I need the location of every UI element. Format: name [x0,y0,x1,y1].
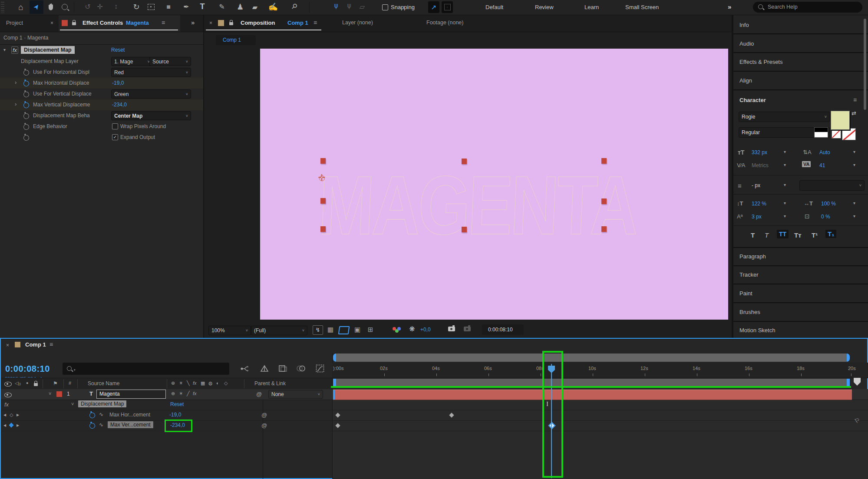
stroke-style-dropdown[interactable]: ˅ [799,180,865,191]
eraser-tool-icon[interactable]: ▰ [250,3,260,11]
brush-tool-icon[interactable]: ✎ [217,3,227,11]
workspace-small-screen[interactable]: Small Screen [625,4,659,10]
layer-row[interactable]: ˅ 1 T Magenta ⊕ ☀ ╱ fx @ None˅ [1,389,868,400]
timeline-tab-close-icon[interactable]: × [6,342,9,348]
tab-effect-controls-title[interactable]: Effect Controls [83,20,123,26]
tracking-caret[interactable]: ▾ [853,162,855,167]
lock-column-icon[interactable] [34,383,38,386]
audio-column-icon[interactable]: ◁)) [15,380,21,386]
roto-brush-icon[interactable]: ✍ [268,2,278,12]
solo-column-icon[interactable]: ● [26,381,28,385]
faux-bold-button[interactable]: T [751,231,755,239]
property-row-max-horizontal[interactable]: ◀ ◇ ▶ ∿ Max Hor...cement -19,0 @ [1,410,868,421]
fast-preview-icon[interactable]: ↯ [313,325,323,335]
current-timecode[interactable]: 0:00:08:10 [5,364,50,374]
next-keyframe-icon[interactable]: ▶ [17,413,19,417]
lock-icon[interactable] [72,22,76,25]
leading-caret[interactable]: ▾ [853,149,855,154]
baseline-caret[interactable]: ▾ [784,214,786,218]
next-keyframe-icon[interactable]: ▶ [17,423,19,427]
stopwatch-icon[interactable] [23,124,30,130]
effect-twirl-icon[interactable]: ˅ [71,401,74,406]
max-horizontal-value[interactable]: -19,0 [112,80,124,86]
layer-color-swatch[interactable] [62,20,68,26]
subscript-button[interactable]: T₁ [825,230,836,238]
keyframe-diamond[interactable] [335,423,340,428]
tsume-caret[interactable]: ▾ [853,214,855,218]
mini-flowchart-icon[interactable] [241,365,250,373]
adjustment-switch-icon[interactable]: ◐ [216,380,219,386]
clone-stamp-icon[interactable]: ♟ [235,2,245,12]
preview-time-chip[interactable]: 0:00:08:10 [482,324,524,335]
panel-menu-icon[interactable]: ≡ [162,19,165,26]
panel-menu-icon[interactable]: ≡ [314,19,317,26]
font-size-caret[interactable]: ▾ [784,149,786,154]
reset-exposure-icon[interactable]: ❋ [407,325,417,333]
timeline-effect-reset[interactable]: Reset [170,401,184,407]
font-size-value[interactable]: 332 px [752,149,767,155]
region-of-interest-icon[interactable] [338,326,350,334]
channel-rgb-icon[interactable] [393,326,403,333]
tab-layer[interactable]: Layer (none) [342,20,373,26]
effect-name-selected[interactable]: Displacement Map [21,46,75,54]
stroke-color-swatch[interactable] [814,127,828,138]
snap-pickwhip-button[interactable]: ↗ [428,1,439,13]
layer-name-field[interactable]: Magenta [96,390,166,399]
timeline-comp-swatch[interactable] [15,342,20,347]
parent-pickwhip-icon[interactable]: @ [256,391,262,397]
grid-guides-icon[interactable]: ⊞ [366,326,375,334]
puppet-pin-icon[interactable]: ⚲ [288,0,301,13]
prev-keyframe-icon[interactable]: ◀ [3,423,6,427]
pen-tool-icon[interactable]: ✒ [181,3,191,11]
workspace-default[interactable]: Default [485,4,503,10]
font-family-dropdown[interactable]: Rogie˅ [739,112,830,122]
selection-handle[interactable] [462,227,467,232]
workspace-review[interactable]: Review [535,4,554,10]
all-caps-button[interactable]: TT [777,230,789,238]
expand-output-checkbox[interactable]: ✓ [112,134,118,140]
layer-visibility-icon[interactable] [4,393,12,397]
index-column-header[interactable]: # [69,380,71,386]
hand-icon[interactable] [46,3,55,11]
tab-project-close-icon[interactable]: × [50,20,53,26]
sidebar-scrollbar[interactable] [864,19,866,110]
video-column-icon[interactable] [4,382,12,387]
help-search-box[interactable]: Search Help [753,2,862,13]
stopwatch-active-icon[interactable] [23,80,30,87]
stopwatch-active-icon[interactable] [89,423,96,429]
local-axis-mode-icon[interactable]: ⋔ [331,2,341,10]
tsume-value[interactable]: 0 % [821,214,830,220]
kerning-value[interactable]: Metrics [752,162,769,168]
stroke-width-caret[interactable]: ▾ [784,182,786,187]
small-caps-button[interactable]: Tᴛ [794,231,802,239]
stopwatch-active-icon[interactable] [23,102,30,109]
selection-handle[interactable] [320,198,326,204]
layer-color-swatch[interactable] [56,391,62,397]
type-tool-icon[interactable]: T [197,2,208,11]
workspace-overflow-chevron[interactable]: » [728,3,731,10]
character-menu-icon[interactable]: ≡ [853,96,857,103]
stopwatch-icon[interactable] [23,135,30,141]
stopwatch-icon[interactable] [23,113,30,119]
vertical-scale-value[interactable]: 122 % [752,201,766,207]
timeline-tab-label[interactable]: Comp 1 [25,341,46,348]
max-vertical-value[interactable]: -234,0 [112,102,127,108]
faux-italic-button[interactable]: T [765,231,769,239]
panel-header-character[interactable]: Character [739,97,766,103]
comp-breadcrumb-chip[interactable]: Comp 1 [216,35,256,45]
hscale-caret[interactable]: ▾ [853,201,855,205]
parent-link-column-header[interactable]: Parent & Link [254,380,286,387]
layer-quality-switch[interactable]: ☀ [179,391,183,396]
timeline-horizontal-scrollbar[interactable] [333,353,850,362]
motion-blur-switch-icon[interactable]: ◍ [208,380,213,386]
tab-footage[interactable]: Footage (none) [426,20,463,26]
wrap-pixels-checkbox[interactable] [112,123,118,129]
effect-row[interactable]: fx ˅ Displacement Map Reset I [1,400,868,410]
workspace-learn[interactable]: Learn [584,4,599,10]
dolly-camera-icon[interactable]: ↕ [111,3,121,10]
panel-header-paragraph[interactable]: Paragraph [739,253,766,260]
keyframe-toggle-icon-active[interactable] [9,423,13,427]
panel-header-effects-presets[interactable]: Effects & Presets [739,59,782,65]
world-axis-mode-icon[interactable]: ⋔ [344,2,354,10]
keyframe-diamond[interactable] [449,413,454,417]
